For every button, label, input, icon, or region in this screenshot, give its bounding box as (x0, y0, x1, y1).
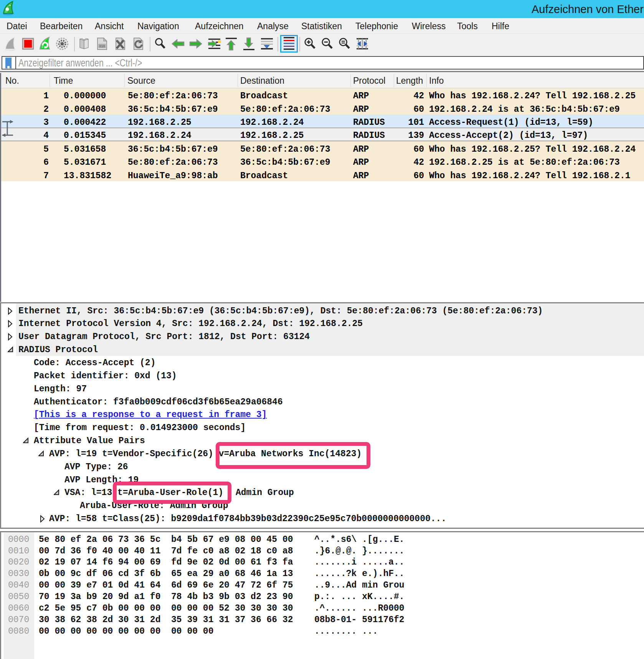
svg-text:010: 010 (99, 44, 105, 48)
